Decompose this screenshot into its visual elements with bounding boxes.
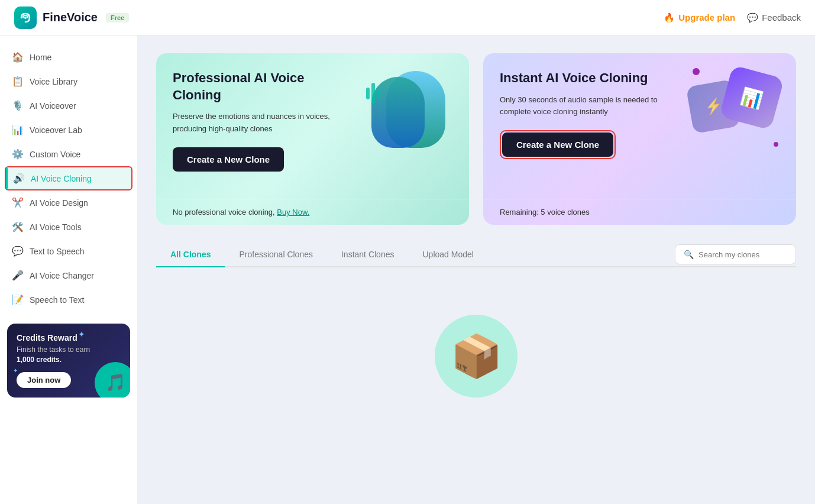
sidebar-item-label: Voiceover Lab bbox=[30, 125, 82, 135]
credits-desc: Finish the tasks to earn 1,000 credits. bbox=[17, 345, 121, 365]
empty-box-icon: 📦 bbox=[435, 315, 518, 398]
sidebar-item-label: Voice Library bbox=[30, 77, 77, 86]
sidebar-item-ai-voiceover[interactable]: 🎙️ AI Voiceover bbox=[0, 93, 137, 118]
search-icon: 🔍 bbox=[684, 250, 694, 259]
sidebar-item-custom-voice[interactable]: ⚙️ Custom Voice bbox=[0, 142, 137, 166]
sidebar-item-label: Home bbox=[30, 53, 51, 62]
text-to-speech-icon: 💬 bbox=[12, 245, 24, 257]
app-name: FineVoice bbox=[43, 11, 98, 24]
credits-desc-line1: Finish the tasks to earn bbox=[17, 345, 90, 354]
professional-illustration bbox=[363, 65, 457, 160]
sidebar-item-speech-to-text[interactable]: 📝 Speech to Text bbox=[0, 287, 137, 312]
cards-row: Professional AI Voice Cloning Preserve t… bbox=[156, 53, 796, 225]
sidebar-item-label: Text to Speech bbox=[30, 247, 85, 256]
sidebar-item-ai-voice-changer[interactable]: 🎤 AI Voice Changer bbox=[0, 263, 137, 287]
sound-bars bbox=[366, 83, 380, 104]
sidebar-item-label: AI Voice Design bbox=[30, 198, 88, 208]
sidebar: 🏠 Home 📋 Voice Library 🎙️ AI Voiceover 📊… bbox=[0, 35, 137, 504]
ai-voiceover-icon: 🎙️ bbox=[12, 100, 24, 111]
credits-reward-panel: ✦ ✦ Credits Reward Finish the tasks to e… bbox=[7, 324, 130, 398]
voice-library-icon: 📋 bbox=[12, 76, 24, 87]
bar1 bbox=[366, 88, 370, 99]
sidebar-item-ai-voice-design[interactable]: ✂️ AI Voice Design bbox=[0, 190, 137, 215]
instant-card-title: Instant AI Voice Cloning bbox=[500, 70, 668, 87]
custom-voice-icon: ⚙️ bbox=[12, 148, 24, 160]
sidebar-item-label: AI Voice Changer bbox=[30, 271, 94, 280]
professional-clone-card: Professional AI Voice Cloning Preserve t… bbox=[156, 53, 469, 225]
sidebar-item-label: AI Voiceover bbox=[30, 101, 76, 111]
credits-bold: 1,000 credits. bbox=[17, 356, 62, 364]
ai-voice-tools-icon: 🛠️ bbox=[12, 221, 24, 232]
tabs-row: All Clones Professional Clones Instant C… bbox=[156, 243, 796, 267]
box-emoji: 📦 bbox=[451, 332, 502, 380]
sidebar-item-home[interactable]: 🏠 Home bbox=[0, 45, 137, 69]
sidebar-item-label: Custom Voice bbox=[30, 150, 80, 159]
speech-to-text-icon: 📝 bbox=[12, 294, 24, 305]
ai-voice-design-icon: ✂️ bbox=[12, 197, 24, 208]
professional-card-footer: No professional voice cloning, Buy Now. bbox=[156, 199, 469, 225]
bar3 bbox=[377, 89, 380, 98]
app-header: FineVoice Free 🔥 Upgrade plan 💬 Feedback bbox=[0, 0, 815, 35]
sparkle-icon: ✦ bbox=[78, 329, 85, 339]
svg-point-0 bbox=[24, 17, 27, 19]
instant-card-desc: Only 30 seconds of audio sample is neede… bbox=[500, 94, 662, 119]
sidebar-item-label: Speech to Text bbox=[30, 295, 84, 305]
sidebar-item-label: AI Voice Tools bbox=[30, 222, 82, 232]
main-layout: 🏠 Home 📋 Voice Library 🎙️ AI Voiceover 📊… bbox=[0, 35, 815, 504]
fire-icon: 🔥 bbox=[664, 12, 675, 23]
empty-state: 📦 bbox=[156, 279, 796, 445]
purple-dot-1 bbox=[693, 68, 700, 75]
professional-card-title: Professional AI Voice Cloning bbox=[173, 70, 341, 104]
free-badge: Free bbox=[106, 13, 129, 22]
credits-title: Credits Reward bbox=[17, 333, 121, 343]
diamond-front: 📊 bbox=[725, 71, 778, 124]
sidebar-item-text-to-speech[interactable]: 💬 Text to Speech bbox=[0, 239, 137, 263]
search-input[interactable] bbox=[698, 250, 787, 259]
purple-dot-2 bbox=[774, 142, 778, 147]
upgrade-button[interactable]: 🔥 Upgrade plan bbox=[664, 12, 735, 23]
header-right: 🔥 Upgrade plan 💬 Feedback bbox=[664, 12, 801, 23]
feedback-button[interactable]: 💬 Feedback bbox=[747, 12, 801, 23]
ai-voice-cloning-icon: 🔊 bbox=[13, 173, 25, 184]
instant-btn-wrapper: Create a New Clone bbox=[500, 130, 616, 159]
instant-create-clone-button[interactable]: Create a New Clone bbox=[502, 133, 613, 157]
buy-now-link[interactable]: Buy Now. bbox=[277, 208, 309, 217]
sparkle-icon-2: ✦ bbox=[13, 367, 18, 374]
logo-icon bbox=[14, 7, 37, 29]
sound-wave-icon: 🎵 bbox=[105, 373, 126, 392]
professional-footer-text: No professional voice cloning, bbox=[173, 208, 275, 217]
sidebar-item-label: AI Voice Cloning bbox=[31, 174, 92, 183]
tab-professional-clones[interactable]: Professional Clones bbox=[225, 243, 327, 267]
join-now-button[interactable]: Join now bbox=[17, 372, 71, 388]
tab-instant-clones[interactable]: Instant Clones bbox=[327, 243, 409, 267]
feedback-label: Feedback bbox=[762, 12, 801, 22]
instant-footer-text: Remaining: 5 voice clones bbox=[500, 208, 590, 217]
feedback-icon: 💬 bbox=[747, 12, 758, 23]
voiceover-lab-icon: 📊 bbox=[12, 124, 24, 135]
upgrade-label: Upgrade plan bbox=[678, 12, 735, 22]
bar2 bbox=[371, 83, 375, 104]
sidebar-item-ai-voice-cloning[interactable]: 🔊 AI Voice Cloning bbox=[5, 166, 132, 190]
home-icon: 🏠 bbox=[12, 51, 24, 63]
sidebar-item-voiceover-lab[interactable]: 📊 Voiceover Lab bbox=[0, 118, 137, 142]
instant-illustration: ⚡ 📊 bbox=[690, 65, 784, 148]
tab-upload-model[interactable]: Upload Model bbox=[408, 243, 487, 267]
professional-card-desc: Preserve the emotions and nuances in voi… bbox=[173, 111, 335, 135]
sidebar-item-ai-voice-tools[interactable]: 🛠️ AI Voice Tools bbox=[0, 215, 137, 239]
sidebar-item-voice-library[interactable]: 📋 Voice Library bbox=[0, 69, 137, 93]
main-content: Professional AI Voice Cloning Preserve t… bbox=[137, 35, 815, 504]
instant-card-footer: Remaining: 5 voice clones bbox=[483, 199, 796, 225]
credits-icon-bg: 🎵 bbox=[95, 362, 130, 398]
diamond-main: 📊 bbox=[719, 65, 784, 130]
ai-voice-changer-icon: 🎤 bbox=[12, 270, 24, 281]
logo-area: FineVoice Free bbox=[14, 7, 129, 29]
tab-all-clones[interactable]: All Clones bbox=[156, 243, 225, 267]
search-box: 🔍 bbox=[675, 244, 796, 264]
instant-clone-card: ⚡ 📊 Instant AI Voice Cloning Only 30 sec… bbox=[483, 53, 796, 225]
professional-create-clone-button[interactable]: Create a New Clone bbox=[173, 147, 284, 172]
